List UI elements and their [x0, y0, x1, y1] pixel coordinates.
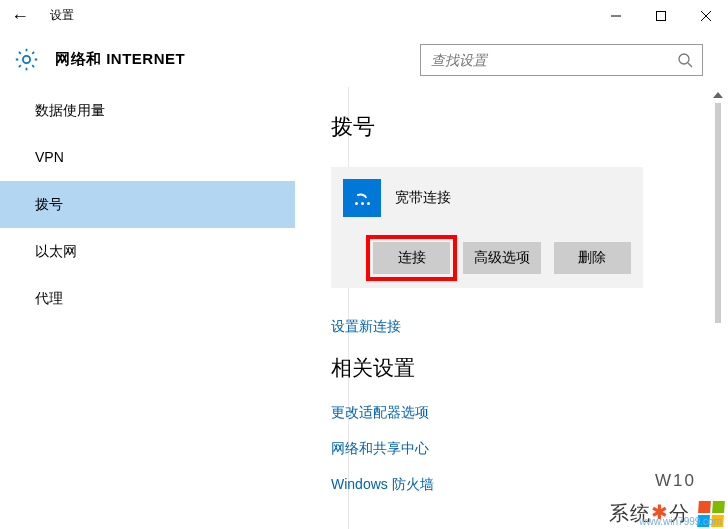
new-connection-link[interactable]: 设置新连接: [331, 318, 693, 336]
window-maximize[interactable]: [638, 1, 683, 31]
related-link-adapter[interactable]: 更改适配器选项: [331, 404, 693, 422]
settings-gear-icon: [12, 45, 41, 74]
page-title: 网络和 INTERNET: [55, 50, 185, 69]
svg-point-5: [679, 54, 689, 64]
svg-rect-1: [656, 11, 665, 20]
sidebar-item-proxy[interactable]: 代理: [0, 275, 295, 322]
sidebar: 数据使用量 VPN 拨号 以太网 代理: [0, 87, 296, 529]
sidebar-item-dialup[interactable]: 拨号: [0, 181, 295, 228]
svg-line-6: [688, 63, 692, 67]
sidebar-item-vpn[interactable]: VPN: [0, 134, 295, 181]
watermark-url: www.win7999.com: [639, 516, 722, 527]
delete-button[interactable]: 删除: [554, 242, 631, 274]
section-title: 拨号: [331, 112, 693, 142]
connection-name: 宽带连接: [395, 189, 451, 207]
window-minimize[interactable]: [593, 1, 638, 31]
svg-point-4: [23, 56, 30, 63]
back-button[interactable]: ←: [0, 0, 40, 32]
search-icon[interactable]: [668, 45, 702, 75]
related-link-firewall[interactable]: Windows 防火墙: [331, 476, 693, 494]
related-settings-title: 相关设置: [331, 354, 693, 382]
related-link-sharing[interactable]: 网络和共享中心: [331, 440, 693, 458]
connect-button[interactable]: 连接: [373, 242, 450, 274]
scrollbar[interactable]: [710, 92, 726, 323]
advanced-options-button[interactable]: 高级选项: [463, 242, 540, 274]
window-title: 设置: [40, 7, 74, 24]
dialup-icon: [343, 179, 381, 217]
search-box[interactable]: [420, 44, 703, 76]
search-input[interactable]: [421, 52, 668, 68]
connection-card[interactable]: 宽带连接 连接 高级选项 删除: [331, 167, 643, 288]
scroll-up-icon[interactable]: [713, 92, 723, 98]
sidebar-item-data-usage[interactable]: 数据使用量: [0, 87, 295, 134]
scroll-thumb[interactable]: [715, 103, 721, 323]
window-close[interactable]: [683, 1, 728, 31]
watermark-wif: W10: [655, 471, 696, 491]
sidebar-item-ethernet[interactable]: 以太网: [0, 228, 295, 275]
